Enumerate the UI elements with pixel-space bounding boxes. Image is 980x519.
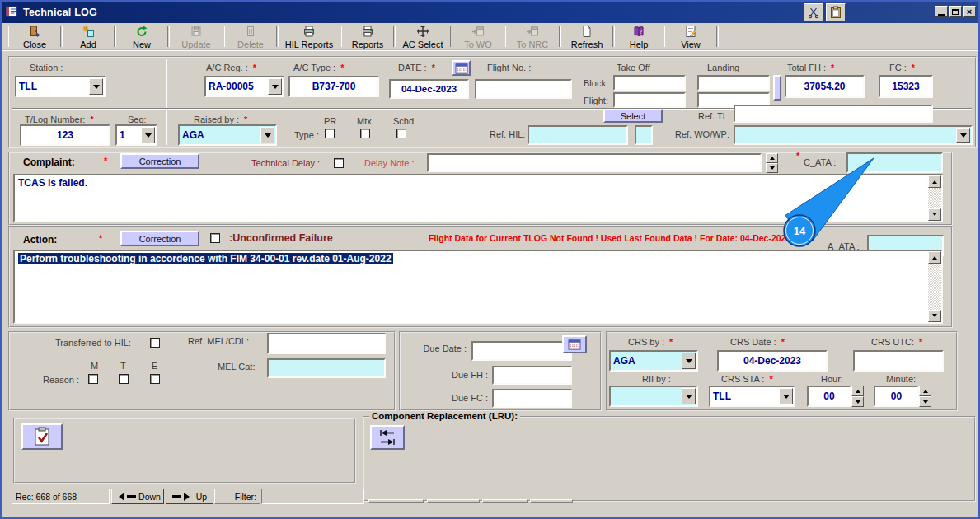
chevron-down-icon[interactable] [268, 78, 282, 95]
select-button[interactable]: Select [603, 109, 663, 123]
reason-e-checkbox[interactable] [150, 374, 160, 384]
toolbar-button-hil-reports[interactable]: HIL Reports [280, 24, 338, 49]
toolbar-button-ac-select[interactable]: AC Select [397, 24, 448, 49]
station-select[interactable]: TLL [15, 76, 106, 97]
type-schd-checkbox[interactable] [396, 129, 406, 138]
spinner-up-icon[interactable] [851, 386, 864, 396]
toolbar-button-add[interactable]: Add [64, 24, 112, 49]
crs-date-field[interactable]: 04-Dec-2023 [717, 350, 828, 372]
restore-button[interactable] [949, 6, 962, 17]
toolbar-button-help[interactable]: ? Help [617, 24, 661, 49]
due-fh-field[interactable] [492, 366, 572, 385]
chevron-down-icon[interactable] [260, 127, 274, 143]
action-textarea[interactable]: Perform troubleshooting in accordence wi… [13, 250, 943, 324]
spinner-down-icon[interactable] [851, 396, 864, 407]
rii-by-select[interactable] [609, 386, 698, 407]
due-date-calendar-button[interactable] [562, 335, 587, 353]
titlebar[interactable]: Technical LOG × [2, 2, 978, 23]
spinner-down-icon[interactable] [766, 163, 778, 173]
due-fc-field[interactable] [492, 389, 572, 408]
chevron-down-icon[interactable] [682, 388, 696, 404]
block-takeoff-field[interactable] [613, 75, 686, 91]
transfer-arrows-icon [377, 428, 398, 447]
due-date-field[interactable] [471, 341, 572, 361]
spinner-down-icon[interactable] [919, 396, 931, 407]
complaint-spinner[interactable] [766, 153, 778, 172]
chevron-down-icon[interactable] [779, 388, 793, 404]
crs-utc-field[interactable] [853, 350, 944, 372]
scroll-down-icon[interactable] [928, 208, 941, 221]
ref-hil-aux-field[interactable] [635, 125, 653, 145]
action-label: Action: [23, 234, 57, 245]
spinner-up-icon[interactable] [766, 153, 778, 163]
ref-hil-label: Ref. HIL: [490, 129, 525, 139]
action-correction-button[interactable]: Correction [120, 231, 199, 246]
close-window-button[interactable]: × [963, 6, 976, 17]
fh-fc-side-button[interactable] [773, 75, 781, 101]
ref-tl-field[interactable] [734, 105, 933, 123]
mel-cat-field[interactable] [267, 358, 386, 378]
date-label: DATE :* [398, 63, 435, 72]
minimize-button[interactable] [935, 6, 948, 17]
fc-field[interactable]: 15323 [879, 75, 933, 98]
unconfirmed-failure-checkbox[interactable] [210, 233, 220, 243]
flight-no-field[interactable] [475, 79, 572, 99]
component-replacement-button[interactable] [370, 425, 405, 450]
hour-stepper[interactable] [851, 386, 864, 407]
chevron-down-icon[interactable] [89, 78, 103, 95]
complaint-textarea[interactable]: TCAS is failed. [13, 174, 943, 222]
ac-reg-select[interactable]: RA-00005 [204, 76, 284, 97]
scroll-down-icon[interactable] [928, 310, 941, 322]
block-landing-field[interactable] [697, 75, 770, 91]
cut-button[interactable] [804, 3, 823, 21]
complaint-text: TCAS is failed. [18, 177, 87, 189]
filter-input[interactable] [261, 489, 364, 504]
crs-sta-select[interactable]: TLL [709, 386, 795, 407]
toolbar-button-reports[interactable]: Reports [344, 24, 392, 49]
toolbar-button-label: View [681, 40, 701, 49]
minute-field[interactable]: 00 [874, 386, 919, 407]
paste-button[interactable] [826, 3, 846, 21]
flight-takeoff-field[interactable] [613, 92, 686, 108]
type-mtx-checkbox[interactable] [360, 129, 370, 138]
raised-by-select[interactable]: AGA [178, 124, 277, 146]
technical-log-window: Technical LOG × Close Add New Update [0, 0, 980, 519]
action-scrollbar[interactable] [928, 251, 941, 322]
ref-mel-cdl-field[interactable] [267, 333, 386, 354]
toolbar-button-refresh[interactable]: Refresh [563, 24, 611, 49]
complaint-scrollbar[interactable] [928, 175, 941, 221]
total-fh-field[interactable]: 37054.20 [785, 75, 865, 98]
checklist-button[interactable] [21, 423, 63, 450]
chevron-down-icon[interactable] [956, 128, 970, 143]
technical-delay-checkbox[interactable] [334, 158, 344, 168]
record-down-button[interactable]: Down [111, 489, 164, 504]
scroll-up-icon[interactable] [928, 251, 941, 264]
ac-type-field[interactable]: B737-700 [288, 76, 379, 97]
reason-t-checkbox[interactable] [119, 374, 129, 384]
toolbar-button-new[interactable]: New [118, 24, 166, 49]
hour-field[interactable]: 00 [807, 386, 851, 407]
seq-select[interactable]: 1 [115, 124, 157, 146]
toolbar-button-view[interactable]: View [667, 24, 715, 49]
type-pr-checkbox[interactable] [325, 129, 335, 138]
record-up-button[interactable]: Up [166, 489, 213, 504]
date-calendar-button[interactable] [452, 60, 471, 76]
reason-t-label: T [120, 361, 126, 371]
scroll-up-icon[interactable] [928, 175, 941, 188]
toolbar-button-close[interactable]: Close [11, 24, 59, 49]
c-ata-field[interactable] [846, 152, 943, 173]
delay-note-field[interactable] [427, 153, 762, 172]
total-fh-value: 37054.20 [804, 81, 845, 92]
crs-by-select[interactable]: AGA [609, 350, 698, 372]
reason-m-checkbox[interactable] [88, 374, 98, 384]
tlog-number-field[interactable]: 123 [20, 124, 110, 146]
spinner-up-icon[interactable] [919, 386, 931, 396]
ref-wowp-select[interactable] [734, 125, 973, 145]
chevron-down-icon[interactable] [141, 127, 155, 143]
complaint-correction-button[interactable]: Correction [120, 153, 199, 169]
chevron-down-icon[interactable] [682, 353, 696, 369]
minute-stepper[interactable] [919, 386, 931, 407]
transferred-to-hil-checkbox[interactable] [150, 338, 160, 348]
ref-hil-field[interactable] [528, 125, 628, 145]
date-field[interactable]: 04-Dec-2023 [389, 79, 469, 99]
